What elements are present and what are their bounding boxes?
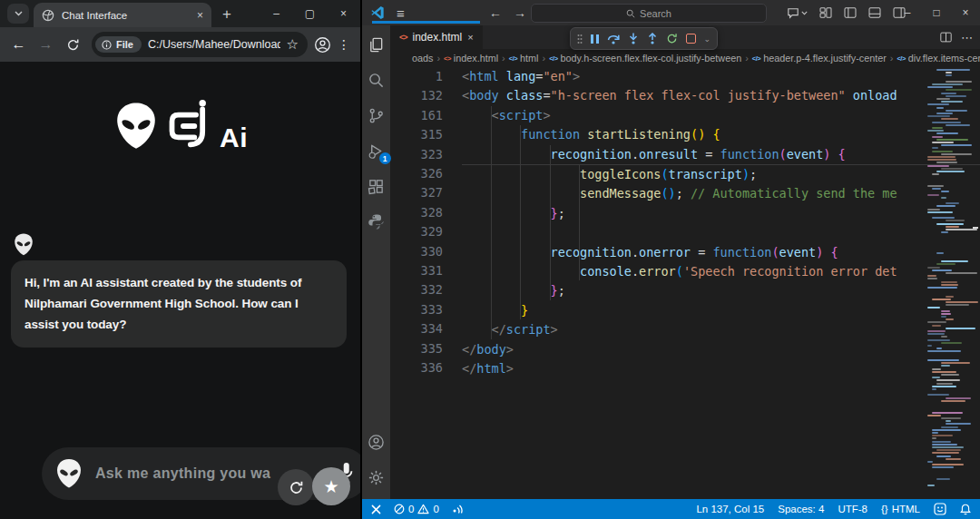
split-editor-icon[interactable]	[940, 32, 952, 43]
tab-close-icon[interactable]: ×	[197, 10, 203, 21]
source-control-icon[interactable]	[366, 104, 387, 126]
run-debug-icon[interactable]: 1	[366, 140, 387, 162]
browser-toolbar: ← → File C:/Users/Mahee/Downloads... ☆ ⋮	[0, 27, 360, 62]
breadcrumb-item[interactable]: </>div.flex.items-center	[897, 53, 980, 64]
line-number: 132	[390, 86, 443, 105]
minimap-line	[932, 441, 951, 443]
minimap-line	[941, 231, 948, 233]
toggle-panel-icon[interactable]	[868, 7, 881, 18]
code-line[interactable]: sendMessage(); // Automatically send the…	[462, 184, 980, 203]
breadcrumb-item[interactable]: </>header.p-4.flex.justify-center	[752, 53, 887, 64]
minimap-line	[936, 348, 942, 349]
more-actions-icon[interactable]: ⋯	[961, 31, 973, 44]
step-out-icon[interactable]	[647, 33, 658, 44]
code-line[interactable]	[462, 223, 980, 242]
code-line[interactable]: };	[462, 281, 980, 300]
browser-menu-icon[interactable]: ⋮	[334, 37, 354, 52]
breadcrumb-item[interactable]: oads	[412, 53, 433, 64]
code-line[interactable]: <body class="h-screen flex flex-col just…	[462, 86, 980, 105]
account-icon[interactable]	[366, 431, 387, 453]
remote-indicator[interactable]	[371, 504, 381, 514]
minimap-line	[946, 296, 954, 298]
settings-gear-icon[interactable]	[366, 466, 387, 488]
code-line[interactable]: </script>	[462, 320, 980, 339]
menu-hamburger-icon[interactable]: ≡	[397, 5, 405, 21]
reload-button[interactable]	[61, 33, 85, 57]
maximize-button[interactable]: ▢	[293, 0, 327, 27]
minimap[interactable]	[926, 67, 971, 494]
code-line[interactable]: console.error('Speech recognition error …	[462, 262, 980, 281]
stop-icon[interactable]	[686, 34, 696, 44]
code-line[interactable]: function startListening() {	[462, 125, 980, 144]
chevron-down-icon[interactable]: ⌄	[704, 34, 711, 44]
encoding[interactable]: UTF-8	[838, 504, 867, 514]
explorer-icon[interactable]	[366, 34, 387, 55]
notifications-bell-icon[interactable]	[960, 504, 971, 515]
code-line[interactable]: <html lang="en">	[462, 67, 980, 86]
minimap-line	[932, 444, 957, 446]
command-search-box[interactable]: Search	[531, 4, 767, 23]
chat-dropdown-icon[interactable]	[787, 7, 808, 19]
minimize-button[interactable]: –	[893, 0, 922, 25]
breadcrumb-separator: ›	[890, 53, 894, 64]
python-icon[interactable]	[366, 211, 387, 232]
minimap-line	[932, 464, 964, 465]
minimap-line	[941, 101, 963, 103]
extensions-icon[interactable]	[366, 175, 387, 197]
language-mode[interactable]: {} HTML	[881, 504, 920, 514]
close-button[interactable]: ×	[951, 0, 980, 25]
search-icon[interactable]	[366, 69, 387, 91]
nav-back-icon[interactable]: ←	[489, 5, 502, 20]
step-into-icon[interactable]	[628, 33, 639, 44]
breadcrumb-item[interactable]: <>index.html	[444, 53, 498, 64]
tab-search-button[interactable]	[7, 4, 29, 24]
nav-forward-icon[interactable]: →	[514, 5, 526, 20]
step-over-icon[interactable]	[607, 33, 620, 44]
forward-button[interactable]: →	[34, 33, 58, 57]
minimap-line	[927, 194, 939, 196]
toggle-sidebar-left-icon[interactable]	[844, 7, 857, 18]
breadcrumb-item[interactable]: </>html	[509, 53, 539, 64]
problems-indicator[interactable]: 0 0	[394, 504, 439, 514]
pause-button[interactable]	[591, 34, 599, 44]
bookmark-icon[interactable]: ☆	[287, 36, 299, 53]
code-line[interactable]: recognition.onresult = function(event) {	[462, 145, 980, 164]
browser-tab[interactable]: Chat Interface ×	[34, 3, 211, 27]
code-line[interactable]: }	[462, 301, 980, 320]
code-line[interactable]: recognition.onerror = function(event) {	[462, 243, 980, 262]
code-line[interactable]: <script>	[462, 106, 980, 125]
customize-layout-icon[interactable]	[819, 7, 832, 18]
file-scheme-chip[interactable]: File	[95, 36, 142, 53]
breadcrumb-item[interactable]: </>body.h-screen.flex.flex-col.justify-b…	[549, 53, 741, 64]
code-line[interactable]: };	[462, 204, 980, 223]
minimap-line	[927, 359, 959, 361]
code-content[interactable]: <html lang="en"><body class="h-screen fl…	[456, 67, 980, 499]
refresh-button[interactable]	[278, 469, 314, 505]
star-button[interactable]: ★	[312, 467, 350, 505]
code-editor[interactable]: 1132161315323326327328329330331332333334…	[390, 67, 980, 499]
indentation[interactable]: Spaces: 4	[778, 504, 824, 514]
feedback-smiley-icon[interactable]	[934, 503, 946, 515]
maximize-button[interactable]: □	[922, 0, 951, 25]
close-button[interactable]: ×	[327, 0, 360, 27]
tab-index-html[interactable]: <> index.html ×	[390, 25, 483, 49]
broadcast-icon[interactable]	[450, 504, 463, 515]
minimap-line	[941, 281, 957, 283]
drag-grip-icon[interactable]	[577, 34, 583, 44]
minimap-line	[932, 388, 936, 390]
code-line[interactable]: </html>	[462, 359, 980, 378]
new-tab-button[interactable]: +	[222, 6, 231, 22]
overview-ruler[interactable]	[971, 67, 980, 499]
restart-icon[interactable]	[666, 33, 678, 44]
vscode-logo-icon	[370, 5, 385, 20]
profile-avatar-icon[interactable]	[314, 36, 331, 54]
minimize-button[interactable]: –	[260, 0, 293, 27]
tab-close-icon[interactable]: ×	[467, 32, 473, 43]
back-button[interactable]: ←	[6, 33, 31, 57]
address-bar[interactable]: File C:/Users/Mahee/Downloads... ☆	[92, 32, 308, 57]
url-text[interactable]: C:/Users/Mahee/Downloads...	[148, 38, 280, 51]
code-line[interactable]: </body>	[462, 340, 980, 359]
minimap-line	[932, 299, 951, 300]
cursor-position[interactable]: Ln 137, Col 15	[696, 504, 764, 514]
code-line[interactable]: toggleIcons(transcript);	[462, 164, 980, 184]
